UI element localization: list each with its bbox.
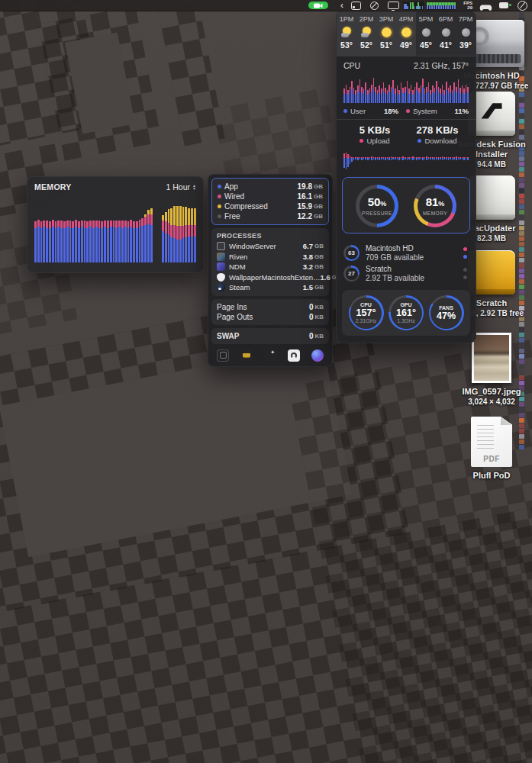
history-bar — [194, 195, 196, 262]
network-bar — [462, 148, 463, 171]
network-bar — [450, 148, 451, 171]
network-bar — [446, 148, 447, 171]
activity-monitor-icon[interactable] — [288, 349, 300, 362]
menu-extra-window-icon[interactable] — [351, 2, 361, 10]
process-row[interactable]: Riven 3.8 GB — [217, 252, 324, 262]
weather-evening-group: 5PM 45° 6PM 41° 7PM 39° — [416, 11, 476, 56]
history-bar — [351, 74, 353, 103]
purge-memory-icon[interactable] — [264, 349, 276, 362]
history-bar — [182, 195, 185, 262]
upload-label: Upload — [366, 137, 389, 145]
paging-box: Page Ins 0 KB Page Outs 0 KB — [211, 299, 329, 325]
history-bar — [139, 195, 141, 262]
memory-toolbar — [211, 347, 329, 363]
legend-row: App 19.8 GB — [218, 182, 323, 192]
history-bar — [185, 195, 187, 262]
weather-hour-4PM[interactable]: 4PM 49° — [396, 11, 416, 56]
history-bar — [353, 74, 355, 103]
history-bar — [458, 74, 459, 103]
network-section[interactable]: 5 KB/s Upload 278 KB/s Download — [337, 120, 476, 175]
pressure-memory-gauges[interactable]: 50% PRESSURE 81% MEMORY — [342, 177, 470, 233]
fps-indicator[interactable]: FPS 29 — [459, 1, 472, 10]
memory-chip-icon[interactable] — [217, 349, 229, 362]
record-circle-slash-icon[interactable] — [517, 1, 527, 11]
network-bar — [459, 148, 461, 171]
disk-row[interactable]: 63 Macintosh HD 709 GB available — [343, 243, 469, 263]
sensors-row[interactable]: CPU 157° 2.31GHz GPU 161° 1.3GHz FANS 47… — [342, 290, 470, 336]
autodesk-logo-icon — [480, 101, 503, 123]
history-bar — [360, 74, 361, 103]
weather-time: 1PM — [337, 15, 356, 23]
network-bar — [434, 148, 436, 171]
history-bar — [89, 195, 92, 262]
paging-row: Page Ins 0 KB — [217, 302, 324, 312]
network-bar — [346, 148, 347, 171]
process-row[interactable]: NDM 3.2 GB — [217, 262, 324, 272]
time-range-selector[interactable]: 1 Hour ▲▼ — [166, 182, 196, 192]
wallpaper-app-icon — [217, 273, 225, 282]
history-bar — [346, 74, 347, 103]
weather-hour-6PM[interactable]: 6PM 41° — [436, 11, 456, 56]
process-row[interactable]: Steam 1.5 GB — [217, 282, 324, 293]
history-bar — [381, 74, 382, 103]
network-bar — [456, 148, 457, 171]
history-bar — [52, 195, 54, 262]
disk-row[interactable]: 27 Scratch 2.92 TB available — [343, 263, 469, 284]
sensor-gauge-fans: FANS 47% — [429, 295, 464, 330]
swap-value: 0 — [309, 332, 314, 340]
cpu-section[interactable]: CPU 2.31 GHz, 157° User 18% System 11% — [337, 56, 476, 119]
menu-extra-collapse-chevron-icon[interactable]: ‹ — [337, 0, 347, 11]
network-bar — [379, 148, 380, 171]
weather-hour-7PM[interactable]: 7PM 39° — [456, 11, 476, 56]
history-bar — [387, 74, 389, 103]
network-bar — [408, 148, 410, 171]
history-bar — [459, 74, 461, 103]
sunny-icon — [381, 27, 392, 38]
network-bar — [432, 148, 434, 171]
download-speed: 278 KB/s — [406, 124, 469, 136]
process-row[interactable]: WallpaperMacintoshExten… 1.6 GB — [217, 272, 324, 283]
history-bar — [98, 195, 101, 262]
network-bar — [392, 148, 394, 171]
history-bar — [438, 74, 440, 103]
memory-legend-box[interactable]: App 19.8 GB Wired 16.1 GB Compressed 15.… — [211, 178, 329, 225]
weather-hour-2PM[interactable]: 2PM 52° — [356, 11, 376, 56]
history-bar — [170, 195, 172, 262]
history-bar — [442, 74, 443, 103]
history-bar — [75, 195, 77, 262]
network-bar — [407, 148, 408, 171]
desktop-icon-plufl-pod[interactable]: PDF Plufl PoD — [455, 417, 528, 481]
game-controller-icon[interactable] — [479, 2, 492, 13]
desktop-icon-img-0597-jpeg[interactable]: IMG_0597.jpeg 3,024 × 4,032 — [455, 333, 528, 407]
weather-time: 5PM — [416, 15, 436, 23]
status-dot — [509, 4, 511, 6]
network-bar — [442, 148, 443, 171]
weather-temp: 39° — [456, 40, 476, 50]
history-bar — [40, 195, 43, 262]
history-bar — [357, 74, 359, 103]
history-bar — [37, 195, 40, 262]
istat-menubar-graphs[interactable] — [403, 2, 456, 10]
menu-extra-circle-slash-icon[interactable] — [370, 2, 379, 10]
process-memory: 3.8 — [303, 253, 313, 261]
history-bar — [373, 74, 375, 103]
desktop-icon-sublabel: 3,024 × 4,032 — [468, 397, 514, 407]
menu-extra-display-icon[interactable] — [388, 2, 399, 9]
assistant-orb-icon[interactable] — [311, 349, 324, 362]
history-bar — [463, 74, 465, 103]
network-bar — [387, 148, 389, 171]
history-bar — [110, 195, 112, 262]
download-label: Download — [424, 137, 456, 145]
history-bar — [343, 74, 345, 103]
capture-device-icon[interactable] — [499, 2, 508, 8]
weather-hour-5PM[interactable]: 5PM 45° — [416, 11, 436, 56]
weather-hour-1PM[interactable]: 1PM 53° — [337, 11, 356, 56]
history-bar — [49, 195, 51, 262]
windowserver-app-icon — [217, 242, 225, 250]
history-bar — [430, 74, 431, 103]
legend-dot — [218, 214, 221, 218]
network-bar — [466, 148, 467, 171]
process-row[interactable]: WindowServer 6.7 GB — [217, 241, 324, 252]
weather-hour-3PM[interactable]: 3PM 51° — [376, 11, 396, 56]
ram-stick-icon[interactable] — [240, 349, 253, 362]
